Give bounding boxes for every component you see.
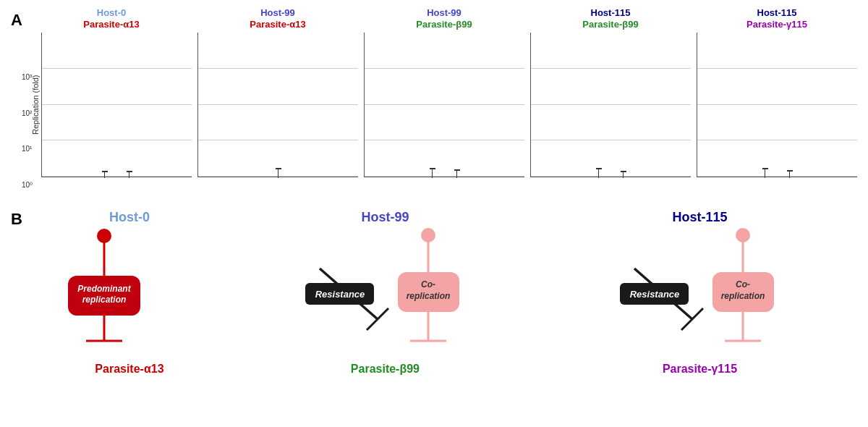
chart-1-wrap: Replication (fold) 10³ 10² 10¹ 10⁰ <box>31 33 192 177</box>
diagram-group-2-svg: Resistance Co- replication <box>284 225 486 370</box>
chart-3-host: Host-99 <box>427 7 461 18</box>
chart-2-host: Host-99 <box>260 7 295 18</box>
chart-5-bars <box>697 33 857 177</box>
chart-3: Host-99 Parasite-β99 <box>364 7 524 177</box>
svg-point-12 <box>421 228 435 242</box>
svg-point-23 <box>736 228 750 242</box>
chart-5: Host-115 Parasite-γ115 <box>697 7 857 177</box>
b-parasite-a13-label: Parasite-α13 <box>95 363 163 376</box>
chart-4-area <box>530 33 691 177</box>
chart-5-area <box>697 33 857 177</box>
panel-b-label: B <box>11 206 31 229</box>
svg-text:Co-: Co- <box>736 279 750 289</box>
chart-2-wrap <box>197 33 358 177</box>
chart-5-host: Host-115 <box>757 7 797 18</box>
diagram-group-2: Host-99 Resistance Co- replication <box>228 210 542 376</box>
svg-text:Resistance: Resistance <box>630 289 680 300</box>
chart-2-title: Host-99 Parasite-α13 <box>250 7 305 30</box>
diagram-group-3: Host-115 Resistance Co- replication <box>542 210 857 376</box>
diagram-group-1: Host-0 Predominant replication Parasite-… <box>31 210 228 376</box>
y-axis-label: Replication (fold) <box>31 33 40 177</box>
b-parasite-b99-label: Parasite-β99 <box>351 363 420 376</box>
chart-4-title: Host-115 Parasite-β99 <box>582 7 638 30</box>
chart-5-wrap <box>697 33 857 177</box>
chart-1-host: Host-0 <box>97 7 126 18</box>
panel-a: A Host-0 Parasite-α13 Replication (fold)… <box>11 7 857 203</box>
svg-text:Predominant: Predominant <box>77 284 131 294</box>
charts-row: Host-0 Parasite-α13 Replication (fold) 1… <box>31 7 857 177</box>
svg-text:replication: replication <box>407 291 451 301</box>
svg-point-1 <box>97 229 111 243</box>
chart-1-title: Host-0 Parasite-α13 <box>83 7 139 30</box>
chart-5-parasite: Parasite-γ115 <box>746 19 807 30</box>
chart-5-title: Host-115 Parasite-γ115 <box>746 7 807 30</box>
chart-2-area <box>197 33 358 177</box>
chart-1-parasite: Parasite-α13 <box>83 19 139 30</box>
chart-3-wrap <box>364 33 524 177</box>
b-host-99-label: Host-99 <box>361 210 409 225</box>
svg-text:replication: replication <box>82 295 127 305</box>
chart-3-parasite: Parasite-β99 <box>416 19 472 30</box>
panel-a-label: A <box>11 7 31 30</box>
chart-4-host: Host-115 <box>591 7 631 18</box>
main-container: A Host-0 Parasite-α13 Replication (fold)… <box>0 0 868 427</box>
b-host-115-label: Host-115 <box>672 210 727 225</box>
chart-2-bars <box>198 33 358 177</box>
panel-b: B Host-0 Predominant replication <box>11 206 857 416</box>
b-host-0-label: Host-0 <box>109 210 150 225</box>
svg-text:Resistance: Resistance <box>315 289 365 300</box>
diagram-group-3-svg: Resistance Co- replication <box>598 225 801 370</box>
svg-text:Co-: Co- <box>421 279 435 289</box>
diagram-group-1-svg: Predominant replication <box>64 225 195 370</box>
chart-4-bars <box>531 33 691 177</box>
chart-3-area <box>364 33 524 177</box>
chart-3-bars <box>365 33 524 177</box>
chart-2: Host-99 Parasite-α13 <box>197 7 358 177</box>
chart-1-area: 10³ 10² 10¹ 10⁰ <box>41 33 192 177</box>
b-parasite-g115-label: Parasite-γ115 <box>663 363 737 376</box>
chart-4-wrap <box>530 33 691 177</box>
chart-4-parasite: Parasite-β99 <box>582 19 638 30</box>
chart-3-title: Host-99 Parasite-β99 <box>416 7 472 30</box>
chart-1-bars <box>42 33 192 177</box>
chart-2-parasite: Parasite-α13 <box>250 19 305 30</box>
svg-text:replication: replication <box>721 291 765 301</box>
chart-1: Host-0 Parasite-α13 Replication (fold) 1… <box>31 7 192 177</box>
chart-4: Host-115 Parasite-β99 <box>530 7 691 177</box>
